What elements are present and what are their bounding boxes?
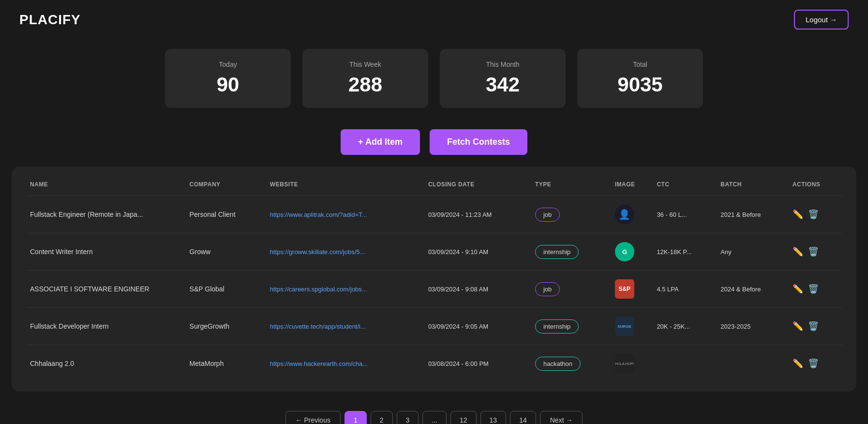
td-type: hackathon	[531, 345, 611, 382]
stat-week-label: This Week	[322, 61, 409, 68]
td-website[interactable]: https://careers.spglobal.com/jobs...	[266, 271, 424, 308]
td-ctc: 12K-18K P...	[653, 233, 717, 271]
td-actions: ✏️ 🗑️	[789, 345, 842, 382]
fetch-contests-button[interactable]: Fetch Contests	[430, 129, 527, 155]
td-type: job	[531, 196, 611, 233]
td-batch: 2021 & Before	[717, 196, 789, 233]
company-logo: HULA-HOPI	[615, 354, 634, 373]
td-closing-date: 03/09/2024 - 9:10 AM	[424, 233, 531, 271]
td-company: MetaMorph	[186, 345, 266, 382]
col-type: TYPE	[531, 176, 611, 196]
type-badge: hackathon	[535, 357, 581, 371]
table-header-row: NAME COMPANY WEBSITE CLOSING DATE TYPE I…	[26, 176, 842, 196]
next-button[interactable]: Next →	[540, 411, 583, 424]
table-row: Content Writer Intern Groww https://grow…	[26, 233, 842, 271]
stat-total-value: 9035	[597, 73, 684, 96]
td-website[interactable]: https://www.hackerearth.com/cha...	[266, 345, 424, 382]
page-button[interactable]: 12	[450, 411, 477, 424]
col-website: WEBSITE	[266, 176, 424, 196]
website-link[interactable]: https://careers.spglobal.com/jobs...	[270, 286, 367, 293]
td-company: Personal Client	[186, 196, 266, 233]
td-website[interactable]: https://groww.skillate.com/jobs/5...	[266, 233, 424, 271]
website-link[interactable]: https://www.hackerearth.com/cha...	[270, 360, 368, 367]
pagination: ← Previous 123...121314 Next →	[0, 401, 868, 424]
website-link[interactable]: https://cuvette.tech/app/student/i...	[270, 323, 366, 330]
table-row: Fullstack Engineer (Remote in Japa... Pe…	[26, 196, 842, 233]
page-button[interactable]: 13	[480, 411, 507, 424]
col-batch: BATCH	[717, 176, 789, 196]
stat-total: Total 9035	[577, 49, 703, 108]
edit-icon[interactable]: ✏️	[793, 358, 803, 369]
td-actions: ✏️ 🗑️	[789, 233, 842, 271]
td-ctc: 20K - 25K...	[653, 308, 717, 345]
type-badge: job	[535, 282, 560, 296]
page-button[interactable]: 1	[344, 411, 367, 424]
edit-icon[interactable]: ✏️	[793, 284, 803, 294]
td-name: Fullstack Developer Intern	[26, 308, 186, 345]
td-type: internship	[531, 233, 611, 271]
delete-icon[interactable]: 🗑️	[808, 246, 819, 257]
stat-month: This Month 342	[440, 49, 566, 108]
td-website[interactable]: https://cuvette.tech/app/student/i...	[266, 308, 424, 345]
td-closing-date: 03/09/2024 - 9:05 AM	[424, 308, 531, 345]
td-name: ASSOCIATE I SOFTWARE ENGINEER	[26, 271, 186, 308]
listings-table: NAME COMPANY WEBSITE CLOSING DATE TYPE I…	[26, 176, 842, 382]
logout-button[interactable]: Logout →	[794, 10, 849, 30]
td-image: SURGE	[611, 308, 653, 345]
td-type: internship	[531, 308, 611, 345]
td-batch: 2024 & Before	[717, 271, 789, 308]
actions-row: + Add Item Fetch Contests	[0, 118, 868, 167]
delete-icon[interactable]: 🗑️	[808, 209, 819, 220]
website-link[interactable]: https://www.aplitrak.com/?adid=T...	[270, 211, 367, 218]
td-company: Groww	[186, 233, 266, 271]
page-button[interactable]: ...	[422, 411, 447, 424]
stat-today: Today 90	[165, 49, 291, 108]
td-closing-date: 03/09/2024 - 9:08 AM	[424, 271, 531, 308]
stat-month-label: This Month	[459, 61, 546, 68]
company-logo: G	[615, 242, 634, 261]
delete-icon[interactable]: 🗑️	[808, 358, 819, 369]
company-logo: SURGE	[615, 317, 634, 336]
td-image: G	[611, 233, 653, 271]
td-name: Fullstack Engineer (Remote in Japa...	[26, 196, 186, 233]
td-actions: ✏️ 🗑️	[789, 271, 842, 308]
website-link[interactable]: https://groww.skillate.com/jobs/5...	[270, 248, 365, 256]
page-button[interactable]: 3	[397, 411, 419, 424]
td-image: HULA-HOPI	[611, 345, 653, 382]
stat-total-label: Total	[597, 61, 684, 68]
col-actions: ACTIONS	[789, 176, 842, 196]
header: PLACIFY Logout →	[0, 0, 868, 39]
td-website[interactable]: https://www.aplitrak.com/?adid=T...	[266, 196, 424, 233]
delete-icon[interactable]: 🗑️	[808, 321, 819, 332]
td-type: job	[531, 271, 611, 308]
delete-icon[interactable]: 🗑️	[808, 284, 819, 294]
col-image: IMAGE	[611, 176, 653, 196]
edit-icon[interactable]: ✏️	[793, 321, 803, 332]
td-actions: ✏️ 🗑️	[789, 196, 842, 233]
td-batch	[717, 345, 789, 382]
td-name: Chhalaang 2.0	[26, 345, 186, 382]
td-image: S&P	[611, 271, 653, 308]
td-company: S&P Global	[186, 271, 266, 308]
td-actions: ✏️ 🗑️	[789, 308, 842, 345]
td-company: SurgeGrowth	[186, 308, 266, 345]
edit-icon[interactable]: ✏️	[793, 209, 803, 220]
edit-icon[interactable]: ✏️	[793, 246, 803, 257]
page-button[interactable]: 14	[510, 411, 536, 424]
td-closing-date: 03/08/2024 - 6:00 PM	[424, 345, 531, 382]
table-row: ASSOCIATE I SOFTWARE ENGINEER S&P Global…	[26, 271, 842, 308]
add-item-button[interactable]: + Add Item	[341, 129, 420, 155]
type-badge: internship	[535, 245, 579, 259]
page-button[interactable]: 2	[371, 411, 393, 424]
td-batch: Any	[717, 233, 789, 271]
svg-text:G: G	[622, 248, 627, 256]
stat-month-value: 342	[459, 73, 546, 96]
prev-button[interactable]: ← Previous	[285, 411, 341, 424]
td-image: 👤	[611, 196, 653, 233]
company-logo: 👤	[615, 205, 634, 224]
td-batch: 2023-2025	[717, 308, 789, 345]
td-ctc: 4.5 LPA	[653, 271, 717, 308]
stat-week: This Week 288	[302, 49, 428, 108]
stat-week-value: 288	[322, 73, 409, 96]
company-logo: S&P	[615, 279, 634, 299]
